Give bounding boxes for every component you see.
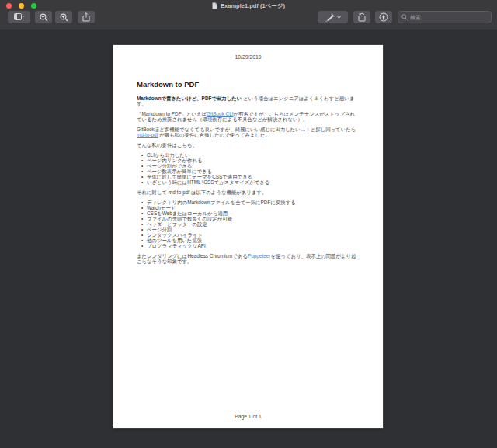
list-item: ページ数表示が簡単にできる — [141, 168, 360, 174]
mdtopdf-post-text: が最も私の要件に合致したので使ってみました。 — [158, 132, 269, 137]
list-item: 他のツールを用いた拡張 — [141, 238, 360, 243]
chevron-down-icon — [23, 16, 24, 17]
share-button[interactable] — [78, 11, 95, 23]
list-item: CSSをWebまたはローカルから適用 — [141, 210, 360, 216]
chevron-down-icon — [336, 15, 342, 19]
list-item: ファイルの先頭で数多くの設定が可能 — [141, 216, 360, 221]
list-item: ヘッダーとフッターの設定 — [141, 221, 360, 227]
sidebar-view-button[interactable] — [8, 11, 30, 23]
zoom-in-button[interactable] — [55, 11, 72, 23]
rotate-left-icon — [357, 12, 367, 22]
pdf-viewer-canvas[interactable]: 10/29/2019 Markdown to PDF Markdownで書きたい… — [0, 31, 497, 448]
document-icon — [212, 2, 217, 9]
puppeteer-pre-text: またレンダリングにはHeadless Chromiumである — [137, 253, 248, 259]
markup-pen-circle-icon — [379, 12, 388, 22]
paragraph-features-intro: それに対して md-to-pdf は以下のような機能があります。 — [137, 189, 360, 195]
magnifier-minus-icon — [40, 13, 48, 22]
list-item: プログラマティックなAPI — [141, 243, 360, 248]
list-item: CLIから出力したい — [141, 152, 360, 158]
window-title: Example1.pdf (1ページ) — [221, 2, 285, 10]
magnifier-plus-icon — [60, 13, 68, 22]
intro-bold-text: Markdownで書きたいけど、PDFで出力したい — [137, 96, 242, 101]
rotate-left-button[interactable] — [353, 11, 370, 23]
requirements-list: CLIから出力したい ページ内リンクが作れる ページ分割ができる ページ数表示が… — [137, 152, 360, 185]
paragraph-puppeteer: またレンダリングにはHeadless ChromiumであるPuppeteerを… — [137, 253, 360, 264]
paragraph-requirements-intro: そんな私の要件はこちら。 — [137, 142, 360, 148]
search-icon — [401, 14, 408, 20]
highlight-pen-button[interactable] — [318, 11, 348, 23]
zoom-out-button[interactable] — [35, 11, 52, 23]
markup-toolbar-button[interactable] — [375, 11, 392, 23]
search-input[interactable] — [410, 15, 488, 20]
list-item: ページ内リンクが作れる — [141, 158, 360, 163]
window-title-container: Example1.pdf (1ページ) — [0, 2, 497, 10]
list-item: シンタックスハイライト — [141, 232, 360, 238]
list-item: いざという時にはHTML+CSSでカスタマイズができる — [141, 179, 360, 185]
page-number-footer: Page 1 of 1 — [113, 414, 383, 419]
list-item: ページ分割 — [141, 227, 360, 232]
pdf-page-content: 10/29/2019 Markdown to PDF Markdownで書きたい… — [113, 45, 383, 428]
md-to-pdf-link[interactable]: md-to-pdf — [137, 132, 158, 137]
document-date: 10/29/2019 — [137, 54, 360, 60]
list-item: 全体に対して簡単にテーマをCSSで適用できる — [141, 174, 360, 179]
document-heading: Markdown to PDF — [137, 81, 360, 89]
paragraph-intro: Markdownで書きたいけど、PDFで出力したい という場合はエンジニアはよく… — [137, 96, 360, 106]
highlighter-pen-icon — [324, 13, 335, 22]
list-item: ディレクトリ内のMarkdownファイルを全て一気にPDFに変換する — [141, 200, 360, 205]
paragraph-mdtopdf: GitBookほど多機能でなくても良いですが、綺麗にいい感じに出力したい…！と探… — [137, 127, 360, 137]
paragraph-gitbook: 「Markdown to PDF」といえばGitBook CLIが有名ですが、こ… — [137, 111, 360, 122]
share-icon — [82, 12, 90, 22]
pdf-page[interactable]: 10/29/2019 Markdown to PDF Markdownで書きたい… — [113, 45, 383, 428]
gitbook-cli-link[interactable]: GitBook CLI — [207, 111, 233, 116]
list-item: ページ分割ができる — [141, 163, 360, 168]
sidebar-view-icon — [14, 13, 24, 21]
features-list: ディレクトリ内のMarkdownファイルを全て一気にPDFに変換する Watch… — [137, 200, 360, 248]
list-item: Watchモード — [141, 205, 360, 210]
puppeteer-link[interactable]: Puppeteer — [248, 253, 271, 259]
gitbook-pre-text: 「Markdown to PDF」といえば — [137, 111, 207, 116]
mdtopdf-pre-text: GitBookほど多機能でなくても良いですが、綺麗にいい感じに出力したい…！と探… — [137, 127, 356, 132]
search-field[interactable] — [398, 11, 492, 23]
window-titlebar: Example1.pdf (1ページ) — [0, 0, 497, 30]
